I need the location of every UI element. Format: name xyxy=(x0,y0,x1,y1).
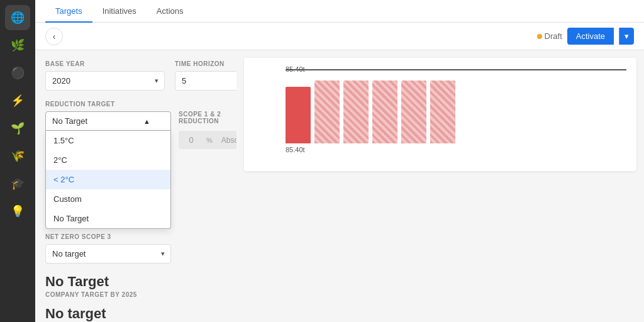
sidebar-icon-dots[interactable]: ⚫ xyxy=(5,60,30,86)
reduction-target-value: No Target xyxy=(52,116,87,126)
scope-inputs-wrapper: SCOPE 1 & 2 REDUCTION 0 % Absolute SCOPE… xyxy=(179,111,236,152)
reduction-target-trigger[interactable]: No Target ▲ xyxy=(45,111,171,131)
chart-bar-0 xyxy=(286,87,311,143)
net-zero-section: NET ZERO SCOPE 3 No target ▾ xyxy=(45,233,226,264)
toolbar: ‹ Draft Activate ▾ xyxy=(35,23,644,50)
back-button[interactable]: ‹ xyxy=(45,28,63,45)
scope12-group: SCOPE 1 & 2 REDUCTION 0 % Absolute xyxy=(179,111,236,152)
sidebar-icon-mortarboard[interactable]: 🎓 xyxy=(5,171,30,196)
chart-bottom-label: 85.40t xyxy=(286,146,626,153)
reduction-target-chevron-icon: ▲ xyxy=(143,118,150,125)
bolt-icon: ⚡ xyxy=(11,94,25,108)
reduction-target-dropdown: 1.5°C 2°C < 2°C Custom xyxy=(45,131,171,229)
dropdown-item-lt2c[interactable]: < 2°C xyxy=(46,170,170,189)
mortarboard-icon: 🎓 xyxy=(11,177,25,191)
base-year-group: BASE YEAR 2020 ▾ xyxy=(45,60,165,91)
chart-bar-4 xyxy=(401,80,426,143)
sidebar-icon-leaf[interactable]: 🌿 xyxy=(5,33,30,58)
toolbar-right: Draft Activate ▾ xyxy=(537,28,634,45)
dropdown-item-15c[interactable]: 1.5°C xyxy=(46,131,170,150)
reduction-target-section: No Target ▲ 1.5°C 2°C < 2°C xyxy=(45,111,171,131)
chart-bar-3 xyxy=(372,80,397,143)
scope12-type: Absolute xyxy=(215,131,236,149)
chart-bar-5 xyxy=(430,80,455,143)
base-year-select-wrapper: 2020 ▾ xyxy=(45,71,165,91)
sidebar-icon-plant[interactable]: 🌱 xyxy=(5,116,30,141)
reduction-target-group: REDUCTION TARGET No Target ▲ 1.5°C xyxy=(45,101,171,141)
dropdown-item-no-target[interactable]: No Target xyxy=(46,209,170,228)
summary-section: No Target COMPANY TARGET BY 2025 No targ… xyxy=(45,274,226,322)
globe-icon: 🌐 xyxy=(11,11,25,25)
left-panel: BASE YEAR 2020 ▾ TIME HORIZON REDUCTI xyxy=(35,50,236,322)
chart-area xyxy=(254,68,626,143)
dropdown-item-2c[interactable]: 2°C xyxy=(46,150,170,170)
sidebar: 🌐 🌿 ⚫ ⚡ 🌱 🌾 🎓 💡 xyxy=(0,0,35,322)
scope12-value: 0 xyxy=(179,131,204,149)
top-nav: Targets Initiatives Actions xyxy=(35,0,644,23)
summary-title-0: No Target xyxy=(45,274,226,290)
right-panel: 85.40t 85.40t xyxy=(236,50,644,322)
sidebar-icon-grain[interactable]: 🌾 xyxy=(5,143,30,169)
base-year-select[interactable]: 2020 xyxy=(45,71,165,91)
main-area: Targets Initiatives Actions ‹ Draft Acti… xyxy=(35,0,644,322)
activate-dropdown-button[interactable]: ▾ xyxy=(619,28,634,45)
net-zero-label: NET ZERO SCOPE 3 xyxy=(45,233,226,240)
chart-wrapper: 85.40t 85.40t xyxy=(254,68,626,153)
bulb-icon: 💡 xyxy=(11,204,25,218)
content: BASE YEAR 2020 ▾ TIME HORIZON REDUCTI xyxy=(35,50,644,322)
scope12-pct-icon: % xyxy=(204,132,215,148)
chart-bar-2 xyxy=(343,80,369,143)
tab-actions[interactable]: Actions xyxy=(147,0,194,23)
base-year-time-horizon-row: BASE YEAR 2020 ▾ TIME HORIZON xyxy=(45,60,226,91)
activate-button[interactable]: Activate xyxy=(567,28,614,45)
chart-card: 85.40t 85.40t xyxy=(244,58,636,171)
plant-icon: 🌱 xyxy=(11,121,25,135)
back-icon: ‹ xyxy=(53,31,56,42)
draft-badge: Draft xyxy=(537,31,562,41)
tab-targets[interactable]: Targets xyxy=(45,0,92,23)
leaf-icon: 🌿 xyxy=(11,38,25,52)
base-year-label: BASE YEAR xyxy=(45,60,165,67)
toolbar-left: ‹ xyxy=(45,28,63,45)
reduction-target-label: REDUCTION TARGET xyxy=(45,101,171,108)
dots-icon: ⚫ xyxy=(11,66,25,80)
tab-initiatives[interactable]: Initiatives xyxy=(92,0,147,23)
draft-dot-icon xyxy=(537,34,542,39)
time-horizon-label: TIME HORIZON xyxy=(175,60,236,67)
net-zero-select-wrapper: No target ▾ xyxy=(45,244,171,264)
chart-bar-1 xyxy=(314,80,340,143)
summary-title-1: No target xyxy=(45,306,226,322)
scope12-input-row: 0 % Absolute xyxy=(179,131,236,149)
sidebar-icon-globe[interactable]: 🌐 xyxy=(5,5,30,30)
net-zero-select[interactable]: No target xyxy=(45,244,171,264)
grain-icon: 🌾 xyxy=(11,149,25,163)
draft-label: Draft xyxy=(545,31,562,41)
scope12-label: SCOPE 1 & 2 REDUCTION xyxy=(179,111,236,125)
summary-sub-0: COMPANY TARGET BY 2025 xyxy=(45,291,226,298)
time-horizon-input[interactable] xyxy=(175,71,236,91)
dropdown-item-custom[interactable]: Custom xyxy=(46,189,170,209)
sidebar-icon-bolt[interactable]: ⚡ xyxy=(5,88,30,113)
sidebar-icon-bulb[interactable]: 💡 xyxy=(5,199,30,224)
time-horizon-group: TIME HORIZON xyxy=(175,60,236,91)
